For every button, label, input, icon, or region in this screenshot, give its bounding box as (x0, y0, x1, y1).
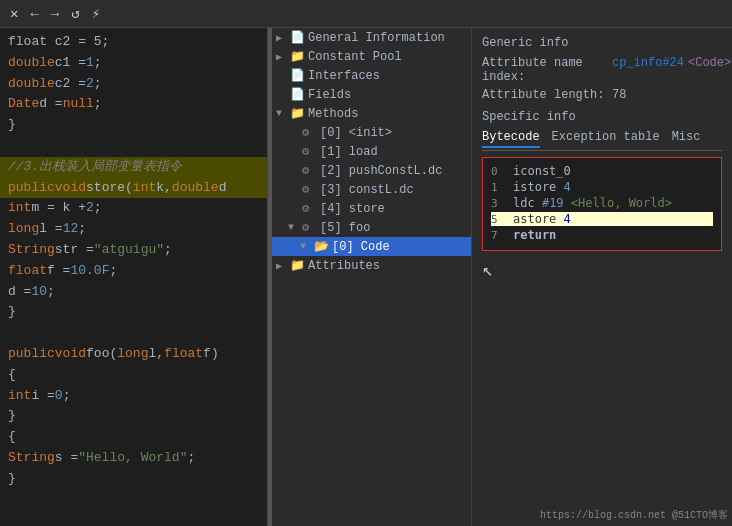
tree-label: [2] pushConstL.dc (320, 164, 442, 178)
tree-label: Methods (308, 107, 358, 121)
gear-icon: ⚙ (302, 201, 318, 216)
code-line (0, 323, 267, 344)
generic-info-title: Generic info (482, 36, 722, 50)
code-line-comment: //3.出栈装入局部变量表指令 (0, 157, 267, 178)
tree-label: [3] constL.dc (320, 183, 414, 197)
bc-instr: astore 4 (513, 212, 571, 226)
code-line: } (0, 302, 267, 323)
folder-icon: 📁 (290, 106, 306, 121)
code-line: { (0, 365, 267, 386)
bc-instr: ldc #19 <Hello, World> (513, 196, 672, 210)
tree-item-pushconst[interactable]: ⚙ [2] pushConstL.dc (272, 161, 471, 180)
tree-item-code[interactable]: ▼ 📂 [0] Code (272, 237, 471, 256)
tree-label: Constant Pool (308, 50, 402, 64)
file-icon: 📄 (290, 68, 306, 83)
gear-icon: ⚙ (302, 163, 318, 178)
bc-instr: iconst_0 (513, 164, 571, 178)
code-line-foo: public void foo(long l, float f) (0, 344, 267, 365)
tree-item-store[interactable]: ⚙ [4] store (272, 199, 471, 218)
tree-arrow: ▼ (276, 108, 290, 119)
tree-item-init[interactable]: ⚙ [0] <init> (272, 123, 471, 142)
attr-length-value: 78 (612, 88, 626, 102)
code-line: Date d = null; (0, 94, 267, 115)
tree-panel: ▶ 📄 General Information ▶ 📁 Constant Poo… (272, 28, 472, 526)
tree-item-interfaces[interactable]: 📄 Interfaces (272, 66, 471, 85)
file-icon: 📄 (290, 87, 306, 102)
attr-name-row: Attribute name index: cp_info#24 <Code> (482, 56, 722, 84)
cursor-indicator: ↖ (482, 259, 722, 281)
tree-item-attributes[interactable]: ▶ 📁 Attributes (272, 256, 471, 275)
bytecode-line-3: 3 ldc #19 <Hello, World> (491, 196, 713, 210)
attr-length-row: Attribute length: 78 (482, 88, 722, 102)
bytecode-line-5: 5 astore 4 (491, 212, 713, 226)
code-line-method: public void store(int k, double d (0, 178, 267, 199)
tree-label: [4] store (320, 202, 385, 216)
code-line: double c2 = 2; (0, 74, 267, 95)
main-content: float c2 = 5; double c1 = 1; double c2 =… (0, 28, 732, 526)
folder-icon: 📁 (290, 49, 306, 64)
bc-num: 0 (491, 165, 507, 178)
tree-item-load[interactable]: ⚙ [1] load (272, 142, 471, 161)
bc-num: 3 (491, 197, 507, 210)
tree-item-foo[interactable]: ▼ ⚙ [5] foo (272, 218, 471, 237)
tree-label: [0] <init> (320, 126, 392, 140)
code-line: int i = 0; (0, 386, 267, 407)
code-line: String s = "Hello, World"; (0, 448, 267, 469)
gear-icon: ⚙ (302, 144, 318, 159)
bytecode-tabs: Bytecode Exception table Misc (482, 130, 722, 151)
gear-icon: ⚙ (302, 220, 318, 235)
tree-arrow: ▼ (288, 222, 302, 233)
forward-button[interactable]: → (47, 4, 63, 24)
refresh-button[interactable]: ↺ (67, 3, 83, 24)
gear-icon: ⚙ (302, 125, 318, 140)
bc-num: 7 (491, 229, 507, 242)
bc-instr: istore 4 (513, 180, 571, 194)
folder-icon: 📂 (314, 239, 330, 254)
back-button[interactable]: ← (26, 4, 42, 24)
bytecode-line-1: 1 istore 4 (491, 180, 713, 194)
tab-bytecode[interactable]: Bytecode (482, 130, 540, 148)
code-line: float c2 = 5; (0, 32, 267, 53)
code-line: String str = "atguigu"; (0, 240, 267, 261)
file-icon: 📄 (290, 30, 306, 45)
tree-arrow: ▶ (276, 32, 290, 44)
attr-name-link[interactable]: cp_info#24 (612, 56, 684, 70)
attr-length-label: Attribute length: (482, 88, 612, 102)
tree-arrow (288, 165, 302, 176)
tab-exception-table[interactable]: Exception table (552, 130, 660, 148)
code-line: d = 10; (0, 282, 267, 303)
bytecode-box: 0 iconst_0 1 istore 4 3 ldc #19 <Hello, … (482, 157, 722, 251)
tree-item-general-info[interactable]: ▶ 📄 General Information (272, 28, 471, 47)
tab-misc[interactable]: Misc (672, 130, 701, 148)
code-line: float f = 10.0F; (0, 261, 267, 282)
tree-item-fields[interactable]: 📄 Fields (272, 85, 471, 104)
code-line (0, 136, 267, 157)
tree-label: General Information (308, 31, 445, 45)
tree-item-constldc[interactable]: ⚙ [3] constL.dc (272, 180, 471, 199)
tree-label: [5] foo (320, 221, 370, 235)
tree-label: [1] load (320, 145, 378, 159)
run-button[interactable]: ⚡ (88, 3, 104, 24)
attr-name-code: <Code> (688, 56, 731, 70)
tree-item-methods[interactable]: ▼ 📁 Methods (272, 104, 471, 123)
bytecode-line-0: 0 iconst_0 (491, 164, 713, 178)
code-line: double c1 = 1; (0, 53, 267, 74)
folder-icon: 📁 (290, 258, 306, 273)
code-line: int m = k + 2; (0, 198, 267, 219)
code-panel: float c2 = 5; double c1 = 1; double c2 =… (0, 28, 268, 526)
tree-arrow (288, 146, 302, 157)
bc-instr: return (513, 228, 556, 242)
tree-arrow (288, 127, 302, 138)
tree-arrow (288, 184, 302, 195)
tree-item-constant-pool[interactable]: ▶ 📁 Constant Pool (272, 47, 471, 66)
tree-arrow: ▶ (276, 51, 290, 63)
info-panel: Generic info Attribute name index: cp_in… (472, 28, 732, 526)
code-line: } (0, 115, 267, 136)
tree-label: Attributes (308, 259, 380, 273)
close-button[interactable]: ✕ (6, 3, 22, 24)
code-line: } (0, 469, 267, 490)
tree-arrow (276, 89, 290, 100)
tree-label: [0] Code (332, 240, 390, 254)
code-line: { (0, 427, 267, 448)
code-line: long l = 12; (0, 219, 267, 240)
